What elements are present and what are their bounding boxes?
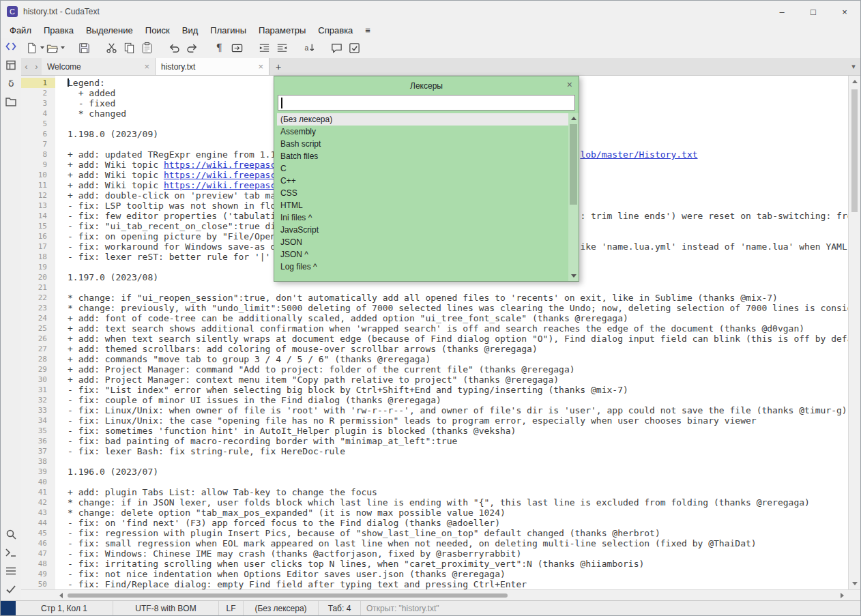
cut-button[interactable] (103, 40, 119, 56)
status-encoding[interactable]: UTF-8 with BOM (113, 601, 219, 615)
dropdown-caret-icon[interactable] (40, 46, 44, 49)
save-file-button[interactable] (76, 40, 92, 56)
tab-close-icon[interactable]: × (254, 61, 263, 72)
scroll-left-icon[interactable] (59, 593, 63, 598)
tab-history-txt[interactable]: history.txt× (156, 58, 269, 75)
indent-button[interactable] (256, 40, 272, 56)
menu-item-2[interactable]: Правка (38, 24, 80, 37)
code-text: + add: Project Manager: context menu ite… (68, 375, 559, 385)
vertical-scrollbar[interactable] (848, 76, 860, 589)
dropdown-caret-icon[interactable] (61, 46, 65, 49)
url-link[interactable]: lob/master/History.txt (580, 149, 697, 160)
scroll-up-icon[interactable] (852, 80, 858, 83)
lexer-item[interactable]: Batch files (277, 150, 568, 162)
lexer-item[interactable]: CSS (277, 187, 568, 199)
dialog-scroll-thumb[interactable] (570, 124, 577, 205)
paste-button[interactable] (138, 40, 155, 56)
code-text: + add: Wiki topic (68, 170, 164, 180)
unindent-button[interactable] (274, 40, 290, 56)
code-line: + add: commands "move tab to group 3 / 4… (68, 354, 848, 364)
menu-item-5[interactable]: Вид (176, 24, 205, 37)
new-tab-button[interactable]: + (269, 58, 287, 75)
lexer-item[interactable]: Ini files ^ (277, 211, 568, 224)
word-wrap-button[interactable] (229, 40, 245, 56)
copy-button[interactable] (121, 40, 137, 56)
status-tab-size[interactable]: Таб: 4 (319, 601, 361, 615)
svg-text:¶: ¶ (216, 42, 222, 53)
lexer-item[interactable]: C++ (277, 175, 568, 187)
tab-welcome[interactable]: Welcome× (42, 58, 156, 75)
scroll-down-icon[interactable] (852, 582, 858, 585)
sidebar-snippets-button[interactable]: δ (2, 76, 20, 93)
menu-item-6[interactable]: Плагины (204, 24, 252, 37)
sidebar-bottom (2, 527, 20, 600)
code-text: + add: Wiki topic (68, 160, 164, 170)
show-unprinted-button[interactable]: ¶ (211, 40, 227, 56)
tab-list-dropdown-icon[interactable]: ▾ (847, 58, 860, 75)
horizontal-scrollbar[interactable] (21, 589, 860, 600)
lexer-item[interactable]: (Без лексера) (277, 113, 568, 126)
scroll-right-icon[interactable] (841, 593, 844, 598)
code-text: - fix: lexer reST: better rule for '|' i… (68, 252, 297, 262)
toggle-check-button[interactable] (346, 40, 362, 56)
lexer-item[interactable]: Bash script (277, 138, 568, 150)
menu-item-1[interactable]: Файл (3, 24, 38, 37)
lexer-item[interactable]: Assembly (277, 126, 568, 138)
menu-item-9[interactable]: ≡ (359, 24, 377, 37)
menubar: ФайлПравкаВыделениеПоискВидПлагиныПараме… (1, 23, 860, 38)
lexer-item[interactable]: Log files ^ (277, 261, 568, 273)
code-text: * changed (68, 108, 126, 119)
lexer-filter-input[interactable] (278, 95, 575, 111)
svg-text:C: C (10, 8, 15, 16)
tab-scroll-left-icon[interactable]: ‹ (21, 58, 31, 75)
lexer-item[interactable]: HTML (277, 199, 568, 211)
sidebar-validate-button[interactable] (2, 582, 20, 600)
code-text: + add: font of code-tree can be addition… (68, 313, 628, 323)
sidebar-output-button[interactable] (2, 563, 20, 581)
horizontal-scroll-thumb[interactable] (68, 593, 508, 598)
sidebar-search-button[interactable] (2, 527, 20, 544)
status-line-endings[interactable]: LF (219, 601, 244, 615)
menu-item-8[interactable]: Справка (312, 24, 359, 37)
sort-button[interactable]: a (301, 40, 317, 56)
sidebar-files-button[interactable] (2, 94, 20, 112)
lexer-item[interactable]: JSON (277, 236, 568, 248)
open-file-button[interactable] (46, 40, 65, 56)
code-text: + add: themed scrollbars: add coloring o… (68, 344, 538, 354)
tab-scroll-right-icon[interactable]: › (31, 58, 42, 75)
line-number: 24 (21, 313, 55, 323)
dialog-scrollbar[interactable] (568, 113, 579, 281)
project-icon (4, 58, 18, 74)
sidebar-project-button[interactable] (2, 57, 20, 75)
code-text: * change: if in JSON lexer, user folds b… (68, 497, 810, 508)
vertical-scroll-thumb[interactable] (851, 89, 858, 212)
code-text: - fix: Linux/Unix: the case "opening fil… (68, 415, 757, 426)
minimize-button[interactable]: – (766, 1, 798, 23)
code-text: - fix: sometimes 'function hint' in Auto… (68, 426, 516, 436)
lexer-item[interactable]: JavaScript (277, 224, 568, 236)
comment-button[interactable] (328, 40, 345, 56)
redo-button[interactable] (184, 40, 200, 56)
close-button[interactable]: × (829, 1, 860, 23)
line-number: 32 (21, 395, 55, 405)
status-message: Открыт: "history.txt" (361, 601, 860, 615)
new-file-button[interactable] (25, 40, 44, 56)
code-text: + add: updated TRegExpr engine from 1.15… (68, 149, 297, 160)
sidebar-code-tree-button[interactable] (2, 39, 20, 57)
line-number: 18 (21, 252, 55, 262)
lexer-item[interactable]: JSON ^ (277, 248, 568, 261)
sidebar-console-button[interactable] (2, 545, 20, 563)
menu-item-7[interactable]: Параметры (252, 24, 312, 37)
dialog-scroll-down-icon[interactable] (571, 274, 577, 278)
lexer-item[interactable]: C (277, 162, 568, 175)
undo-button[interactable] (166, 40, 182, 56)
dialog-close-icon[interactable]: × (567, 79, 572, 90)
dialog-header[interactable]: Лексеры × (274, 76, 579, 95)
maximize-button[interactable]: □ (798, 1, 829, 23)
statusbar: Стр 1, Кол 1UTF-8 with BOMLF(Без лексера… (1, 600, 860, 615)
menu-item-3[interactable]: Выделение (80, 24, 139, 37)
menu-item-4[interactable]: Поиск (139, 24, 176, 37)
status-lexer[interactable]: (Без лексера) (244, 601, 319, 615)
dialog-scroll-up-icon[interactable] (571, 117, 577, 120)
tab-close-icon[interactable]: × (140, 61, 149, 72)
